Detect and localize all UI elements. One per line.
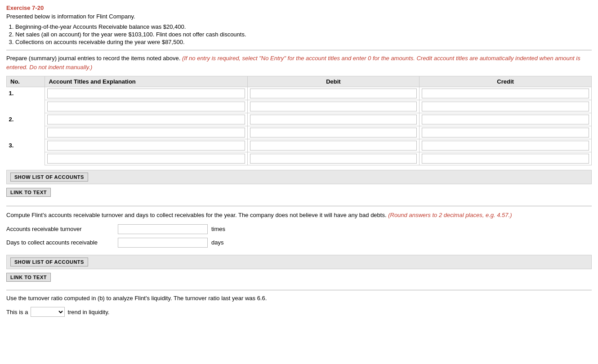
credit-cell-3-1[interactable] bbox=[419, 139, 592, 152]
credit-cell-3-2[interactable] bbox=[419, 152, 592, 165]
part-b-bottom-bar: SHOW LIST OF ACCOUNTS bbox=[6, 255, 592, 269]
days-unit: days bbox=[211, 239, 223, 246]
instruction-normal-a: Prepare (summary) journal entries to rec… bbox=[6, 55, 180, 62]
divider-1 bbox=[6, 50, 592, 50]
exercise-title: Exercise 7-20 bbox=[6, 4, 592, 11]
account-cell-1-1[interactable] bbox=[45, 87, 247, 100]
col-header-debit: Debit bbox=[247, 76, 419, 87]
divider-2 bbox=[6, 206, 592, 206]
part-c-instructions: Use the turnover ratio computed in (b) t… bbox=[6, 294, 592, 303]
entry-no-3: 3. bbox=[7, 139, 45, 152]
turnover-row: Accounts receivable turnover times bbox=[6, 224, 592, 234]
table-row bbox=[7, 152, 592, 165]
liquidity-suffix: trend in liquidity. bbox=[67, 309, 109, 315]
account-cell-1-2[interactable] bbox=[45, 100, 247, 113]
divider-3 bbox=[6, 290, 592, 290]
liquidity-prefix: This is a bbox=[6, 309, 28, 315]
entry-no-1-empty bbox=[7, 100, 45, 113]
debit-input-1-2[interactable] bbox=[250, 102, 417, 111]
link-to-text-button-a[interactable]: LINK TO TEXT bbox=[6, 188, 51, 197]
debit-input-3-2[interactable] bbox=[250, 154, 417, 164]
entry-no-1: 1. bbox=[7, 87, 45, 100]
account-input-2-1[interactable] bbox=[47, 115, 245, 124]
list-item-1: Beginning-of-the-year Accounts Receivabl… bbox=[15, 23, 592, 30]
part-b-link-bar: LINK TO TEXT bbox=[6, 271, 592, 285]
days-input[interactable] bbox=[118, 238, 208, 248]
list-item-3: Collections on accounts receivable durin… bbox=[15, 39, 592, 45]
col-header-account: Account Titles and Explanation bbox=[45, 76, 247, 87]
turnover-unit: times bbox=[211, 226, 225, 232]
part-b-section: Compute Flint's accounts receivable turn… bbox=[6, 211, 592, 285]
col-header-credit: Credit bbox=[419, 76, 592, 87]
credit-cell-2-2[interactable] bbox=[419, 126, 592, 139]
item-list: Beginning-of-the-year Accounts Receivabl… bbox=[15, 23, 592, 45]
entry-no-2-empty bbox=[7, 126, 45, 139]
turnover-input[interactable] bbox=[118, 224, 208, 234]
account-cell-3-2[interactable] bbox=[45, 152, 247, 165]
credit-cell-2-1[interactable] bbox=[419, 113, 592, 126]
part-a-section: Exercise 7-20 Presented below is informa… bbox=[6, 4, 592, 200]
trend-dropdown[interactable]: positive negative neutral bbox=[31, 307, 65, 317]
part-a-instructions: Prepare (summary) journal entries to rec… bbox=[6, 54, 592, 71]
instruction-red-b: (Round answers to 2 decimal places, e.g.… bbox=[388, 212, 512, 218]
table-header-row: No. Account Titles and Explanation Debit… bbox=[7, 76, 592, 87]
credit-input-3-1[interactable] bbox=[422, 141, 589, 151]
debit-cell-1-2[interactable] bbox=[247, 100, 419, 113]
account-cell-2-1[interactable] bbox=[45, 113, 247, 126]
debit-input-3-1[interactable] bbox=[250, 141, 417, 151]
credit-input-1-2[interactable] bbox=[422, 102, 589, 111]
liquidity-row: This is a positive negative neutral tren… bbox=[6, 307, 592, 317]
credit-input-2-1[interactable] bbox=[422, 115, 589, 124]
debit-cell-1-1[interactable] bbox=[247, 87, 419, 100]
part-c-section: Use the turnover ratio computed in (b) t… bbox=[6, 294, 592, 317]
debit-cell-2-1[interactable] bbox=[247, 113, 419, 126]
journal-table: No. Account Titles and Explanation Debit… bbox=[6, 76, 592, 165]
debit-input-1-1[interactable] bbox=[250, 89, 417, 98]
days-label: Days to collect accounts receivable bbox=[6, 239, 114, 246]
table-row: 2. bbox=[7, 113, 592, 126]
debit-input-2-2[interactable] bbox=[250, 128, 417, 138]
part-b-instructions: Compute Flint's accounts receivable turn… bbox=[6, 211, 592, 220]
credit-cell-1-2[interactable] bbox=[419, 100, 592, 113]
part-c-instruction-text: Use the turnover ratio computed in (b) t… bbox=[6, 295, 267, 302]
credit-input-2-2[interactable] bbox=[422, 128, 589, 138]
table-row bbox=[7, 100, 592, 113]
debit-cell-3-2[interactable] bbox=[247, 152, 419, 165]
part-a-bottom-bar: SHOW LIST OF ACCOUNTS bbox=[6, 170, 592, 184]
days-row: Days to collect accounts receivable days bbox=[6, 238, 592, 248]
account-input-3-1[interactable] bbox=[47, 141, 245, 151]
show-list-button-b[interactable]: SHOW LIST OF ACCOUNTS bbox=[10, 257, 88, 266]
account-input-1-1[interactable] bbox=[47, 89, 245, 98]
table-row: 1. bbox=[7, 87, 592, 100]
turnover-label: Accounts receivable turnover bbox=[6, 226, 114, 232]
intro-text: Presented below is information for Flint… bbox=[6, 13, 592, 20]
debit-input-2-1[interactable] bbox=[250, 115, 417, 124]
debit-cell-2-2[interactable] bbox=[247, 126, 419, 139]
credit-cell-1-1[interactable] bbox=[419, 87, 592, 100]
instruction-normal-b: Compute Flint's accounts receivable turn… bbox=[6, 212, 387, 218]
debit-cell-3-1[interactable] bbox=[247, 139, 419, 152]
show-list-button-a[interactable]: SHOW LIST OF ACCOUNTS bbox=[10, 173, 88, 182]
part-a-link-bar: LINK TO TEXT bbox=[6, 186, 592, 200]
entry-no-3-empty bbox=[7, 152, 45, 165]
table-row: 3. bbox=[7, 139, 592, 152]
account-cell-2-2[interactable] bbox=[45, 126, 247, 139]
part-b-bottom: SHOW LIST OF ACCOUNTS LINK TO TEXT bbox=[6, 255, 592, 285]
credit-input-3-2[interactable] bbox=[422, 154, 589, 164]
account-cell-3-1[interactable] bbox=[45, 139, 247, 152]
col-header-no: No. bbox=[7, 76, 45, 87]
link-to-text-button-b[interactable]: LINK TO TEXT bbox=[6, 273, 51, 282]
account-input-2-2[interactable] bbox=[47, 128, 245, 138]
entry-no-2: 2. bbox=[7, 113, 45, 126]
account-input-1-2[interactable] bbox=[47, 102, 245, 111]
credit-input-1-1[interactable] bbox=[422, 89, 589, 98]
table-row bbox=[7, 126, 592, 139]
account-input-3-2[interactable] bbox=[47, 154, 245, 164]
list-item-2: Net sales (all on account) for the year … bbox=[15, 31, 592, 38]
